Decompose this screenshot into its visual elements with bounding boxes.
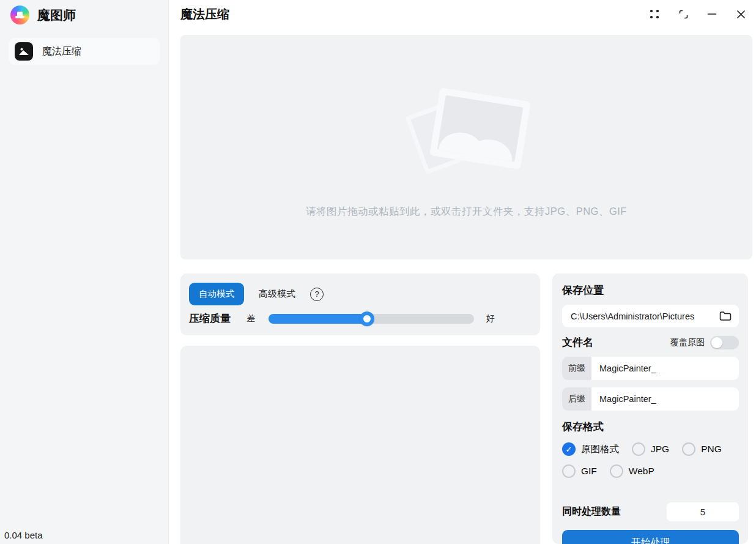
dropzone-hint: 请将图片拖动或粘贴到此，或双击打开文件夹，支持JPG、PNG、GIF xyxy=(180,205,752,218)
radio-circle-icon xyxy=(682,442,695,456)
app-title: 魔图师 xyxy=(37,7,76,24)
quality-max-label: 好 xyxy=(486,313,495,324)
radio-jpg[interactable]: JPG xyxy=(632,442,669,456)
sidebar: 魔图师 魔法压缩 0.04 beta xyxy=(0,0,169,544)
save-settings-panel: 保存位置 C:\Users\Administrator\Pictures 文件名… xyxy=(552,274,748,544)
suffix-chip: 后缀 xyxy=(562,387,591,411)
app-logo-icon xyxy=(10,6,29,24)
tab-advanced-mode[interactable]: 高级模式 xyxy=(259,288,295,300)
file-list-panel xyxy=(180,346,540,544)
folder-icon[interactable] xyxy=(719,311,732,321)
suffix-input[interactable]: MagicPainter_ xyxy=(591,387,739,411)
save-path-value: C:\Users\Administrator\Pictures xyxy=(571,311,719,321)
radio-circle-icon xyxy=(610,464,623,478)
app-logo-row: 魔图师 xyxy=(0,0,168,24)
image-icon xyxy=(15,42,33,61)
sidebar-item-magic-compress[interactable]: 魔法压缩 xyxy=(9,38,160,65)
main-area: 魔法压缩 xyxy=(169,0,756,544)
concurrency-input[interactable]: 5 xyxy=(667,502,739,521)
radio-gif[interactable]: GIF xyxy=(562,464,597,478)
prefix-field: 前缀 MagicPainter_ xyxy=(562,357,739,380)
concurrency-label: 同时处理数量 xyxy=(562,505,621,518)
tab-auto-mode[interactable]: 自动模式 xyxy=(189,283,244,305)
mode-panel: 自动模式 高级模式 ? 压缩质量 差 好 xyxy=(180,274,540,335)
quality-slider-fill xyxy=(269,314,367,324)
suffix-field: 后缀 MagicPainter_ xyxy=(562,387,739,411)
toggle-knob xyxy=(711,337,722,348)
version-label: 0.04 beta xyxy=(4,530,43,540)
radio-circle-icon xyxy=(632,442,645,456)
help-icon[interactable]: ? xyxy=(310,288,324,301)
quality-slider[interactable] xyxy=(269,314,474,324)
overwrite-toggle[interactable] xyxy=(710,336,739,349)
filename-heading: 文件名 xyxy=(562,335,593,349)
sidebar-item-label: 魔法压缩 xyxy=(42,45,81,58)
start-processing-button[interactable]: 开始处理 xyxy=(562,530,739,544)
prefix-chip: 前缀 xyxy=(562,357,591,380)
radio-webp[interactable]: WebP xyxy=(610,464,654,478)
header: 魔法压缩 xyxy=(169,0,756,35)
save-path-input[interactable]: C:\Users\Administrator\Pictures xyxy=(562,305,739,327)
quality-slider-thumb[interactable] xyxy=(360,311,374,326)
minimize-icon[interactable] xyxy=(704,6,720,22)
save-location-heading: 保存位置 xyxy=(562,283,739,297)
prefix-input[interactable]: MagicPainter_ xyxy=(591,357,739,380)
image-dropzone[interactable]: 请将图片拖动或粘贴到此，或双击打开文件夹，支持JPG、PNG、GIF xyxy=(180,35,752,259)
window-controls xyxy=(647,6,749,22)
fullscreen-icon[interactable] xyxy=(675,6,691,22)
overwrite-label: 覆盖原图 xyxy=(670,337,705,348)
radio-png[interactable]: PNG xyxy=(682,442,722,456)
quality-label: 压缩质量 xyxy=(189,311,231,326)
photo-stack-icon xyxy=(409,86,525,184)
quality-min-label: 差 xyxy=(246,313,255,324)
close-icon[interactable] xyxy=(733,6,749,22)
radio-circle-icon xyxy=(562,442,576,456)
radio-original-format[interactable]: 原图格式 xyxy=(562,442,619,456)
grid-menu-icon[interactable] xyxy=(647,6,662,22)
radio-circle-icon xyxy=(562,464,576,478)
save-format-heading: 保存格式 xyxy=(562,420,739,434)
page-title: 魔法压缩 xyxy=(180,6,229,23)
